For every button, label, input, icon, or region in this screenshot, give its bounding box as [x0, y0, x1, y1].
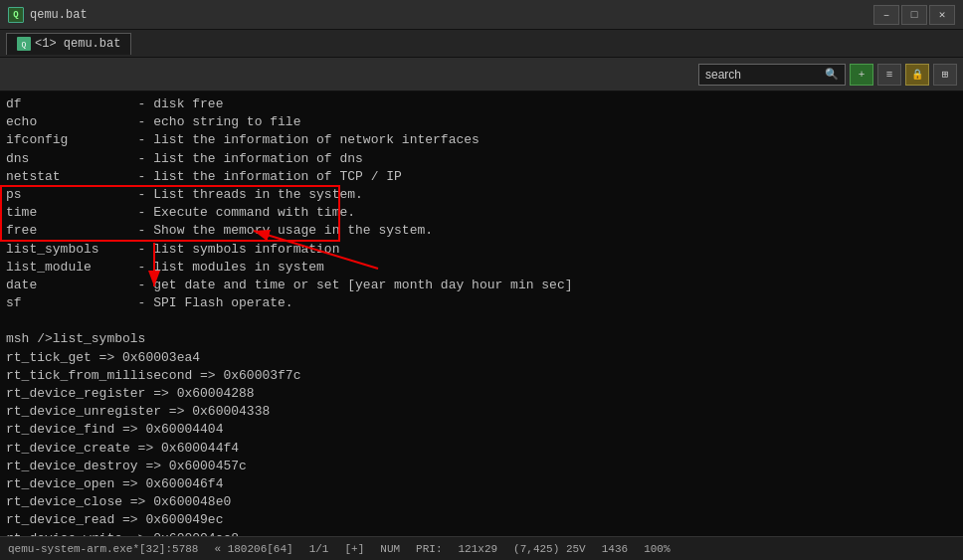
status-info3: [+] — [344, 543, 364, 555]
search-input[interactable] — [705, 68, 825, 82]
title-bar: Q qemu.bat – □ ✕ — [0, 0, 963, 30]
status-pos: (7,425) 25V — [513, 543, 586, 555]
window-title: qemu.bat — [30, 8, 873, 22]
status-size: 121x29 — [459, 543, 498, 555]
terminal-content: df - disk free echo - echo string to fil… — [0, 92, 963, 536]
tab-label: <1> qemu.bat — [35, 37, 120, 51]
status-num2: 1436 — [602, 543, 628, 555]
add-button[interactable]: + — [850, 64, 873, 86]
status-pri: PRI: — [416, 543, 442, 555]
minimize-button[interactable]: – — [873, 5, 899, 25]
terminal-text: df - disk free echo - echo string to fil… — [6, 95, 957, 536]
status-num: NUM — [380, 543, 400, 555]
status-info1: « 180206[64] — [214, 543, 292, 555]
grid-button[interactable]: ⊞ — [933, 64, 957, 86]
status-bar: qemu-system-arm.exe*[32]:5788 « 180206[6… — [0, 536, 963, 560]
maximize-button[interactable]: □ — [901, 5, 927, 25]
window-controls: – □ ✕ — [873, 5, 955, 25]
status-process: qemu-system-arm.exe*[32]:5788 — [8, 543, 198, 555]
close-button[interactable]: ✕ — [929, 5, 955, 25]
lock-button[interactable]: 🔒 — [905, 64, 929, 86]
status-zoom: 100% — [644, 543, 670, 555]
tab-bar: Q <1> qemu.bat — [0, 30, 963, 58]
toolbar: 🔍 + ≡ 🔒 ⊞ — [0, 58, 963, 92]
search-box[interactable]: 🔍 — [698, 64, 846, 86]
tab-qemu[interactable]: Q <1> qemu.bat — [6, 33, 131, 55]
search-icon: 🔍 — [825, 68, 839, 81]
app-icon: Q — [8, 7, 24, 23]
view-button[interactable]: ≡ — [877, 64, 901, 86]
tab-icon: Q — [17, 37, 31, 51]
status-info2: 1/1 — [309, 543, 329, 555]
